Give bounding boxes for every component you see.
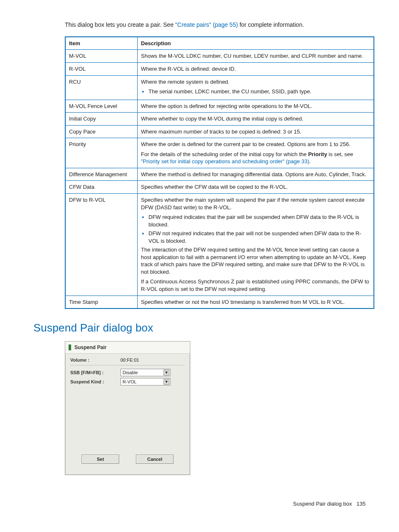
table-row: Difference Management Where the method i… — [65, 168, 374, 181]
item-cell: RCU — [65, 75, 138, 100]
item-cell: Initial Copy — [65, 113, 138, 126]
table-row: Priority Where the order is defined for … — [65, 138, 374, 168]
item-cell: M-VOL Fence Level — [65, 100, 138, 113]
separator — [70, 365, 185, 365]
col-desc: Description — [138, 37, 374, 50]
item-cell: Copy Pace — [65, 125, 138, 138]
ssb-select[interactable]: Disable ▼ — [120, 369, 171, 376]
intro-after: for complete information. — [238, 21, 304, 28]
suspend-pair-dialog: Suspend Pair Volume : 00:FE:01 SSB [F/M=… — [65, 341, 190, 475]
desc-cell: Where the R-VOL is defined: device ID. — [138, 62, 374, 75]
table-row: M-VOL Shows the M-VOL LDKC number, CU nu… — [65, 50, 374, 63]
volume-value: 00:FE:01 — [120, 357, 139, 363]
item-cell: CFW Data — [65, 181, 138, 194]
chevron-down-icon: ▼ — [164, 379, 169, 385]
kind-select[interactable]: R-VOL ▼ — [120, 378, 171, 386]
set-button[interactable]: Set — [82, 455, 119, 464]
intro-before: This dialog box lets you create a pair. … — [65, 21, 175, 28]
item-cell: Priority — [65, 138, 138, 168]
table-row: Time Stamp Specifies whether or not the … — [65, 296, 374, 308]
desc-cell: Where whether to copy the M-VOL during t… — [138, 113, 374, 126]
desc-cell: Where the option is defined for rejectin… — [138, 100, 374, 113]
item-cell: Difference Management — [65, 168, 138, 181]
col-item: Item — [65, 37, 138, 50]
ssb-select-value: Disable — [123, 370, 138, 376]
table-row: M-VOL Fence Level Where the option is de… — [65, 100, 374, 113]
chevron-down-icon: ▼ — [164, 370, 169, 375]
cancel-button[interactable]: Cancel — [136, 455, 174, 464]
dialog-titlebar: Suspend Pair — [65, 342, 190, 354]
table-row: CFW Data Specifies whether the CFW data … — [65, 181, 374, 194]
intro-paragraph: This dialog box lets you create a pair. … — [65, 21, 370, 29]
items-table: Item Description M-VOL Shows the M-VOL L… — [65, 36, 374, 309]
ssb-label: SSB [F/M=FB] : — [70, 370, 120, 376]
desc-cell: Where the method is defined for managing… — [138, 168, 374, 181]
priority-link[interactable]: "Priority set for initial copy operation… — [141, 158, 309, 164]
item-cell: DFW to R-VOL — [65, 194, 138, 296]
desc-cell: Specifies whether the main system will s… — [138, 194, 374, 296]
kind-label: Suspend Kind : — [70, 379, 120, 385]
item-cell: M-VOL — [65, 50, 138, 63]
item-cell: R-VOL — [65, 62, 138, 75]
desc-cell: Where maximum number of tracks to be cop… — [138, 125, 374, 138]
footer-text: Suspend Pair dialog box — [293, 501, 352, 507]
create-pairs-link[interactable]: "Create pairs" (page 55) — [175, 21, 238, 28]
table-row: R-VOL Where the R-VOL is defined: device… — [65, 62, 374, 75]
item-cell: Time Stamp — [65, 296, 138, 308]
desc-cell: Where the remote system is defined. The … — [138, 75, 374, 100]
dialog-icon — [69, 344, 71, 350]
table-row: RCU Where the remote system is defined. … — [65, 75, 374, 100]
dialog-title-text: Suspend Pair — [74, 344, 107, 351]
desc-cell: Shows the M-VOL LDKC number, CU number, … — [138, 50, 374, 63]
table-row: Copy Pace Where maximum number of tracks… — [65, 125, 374, 138]
desc-cell: Specifies whether or not the host I/O ti… — [138, 296, 374, 308]
volume-label: Volume : — [70, 357, 120, 363]
section-title: Suspend Pair dialog box — [33, 321, 370, 335]
page-number: 135 — [356, 501, 366, 507]
desc-cell: Specifies whether the CFW data will be c… — [138, 181, 374, 194]
kind-select-value: R-VOL — [123, 379, 137, 385]
desc-cell: Where the order is defined for the curre… — [138, 138, 374, 168]
table-row: DFW to R-VOL Specifies whether the main … — [65, 194, 374, 296]
page-footer: Suspend Pair dialog box 135 — [33, 500, 370, 508]
table-row: Initial Copy Where whether to copy the M… — [65, 113, 374, 126]
